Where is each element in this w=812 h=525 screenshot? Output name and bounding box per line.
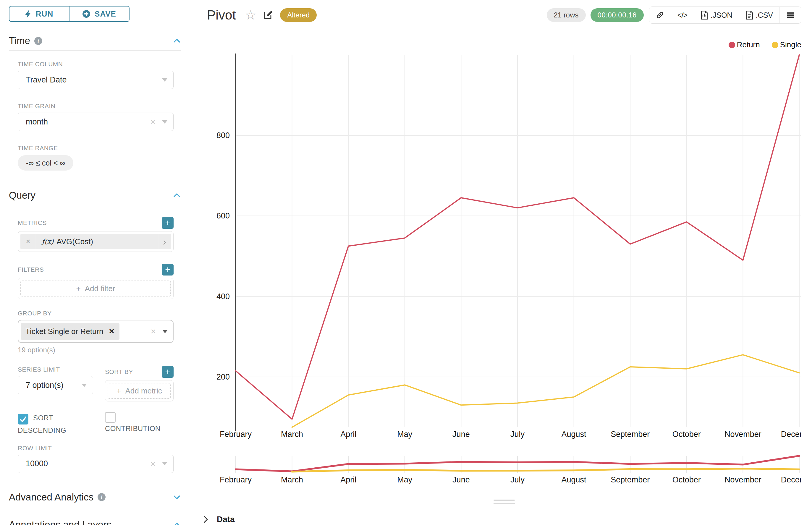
add-metric-button[interactable]: +: [162, 217, 174, 229]
info-icon: i: [98, 493, 106, 501]
contribution-checkbox[interactable]: [105, 412, 116, 423]
contribution-label: CONTRIBUTION: [105, 424, 160, 433]
y-axis-label: 200: [217, 373, 230, 381]
sort-descending-field[interactable]: SORT DESCENDING: [18, 412, 93, 436]
caret-down-icon: [162, 330, 168, 333]
panel-resize-handle[interactable]: [493, 499, 515, 506]
save-button[interactable]: SAVE: [70, 6, 129, 21]
mini-x-axis-label: December: [781, 475, 801, 484]
row-limit-select[interactable]: 10000 ×: [18, 455, 174, 473]
x-axis-label: March: [281, 430, 303, 439]
add-sort-metric-dropzone[interactable]: + Add metric: [108, 383, 171, 399]
metric-value: AVG(Cost): [57, 237, 93, 246]
chevron-up-icon[interactable]: [173, 521, 181, 525]
x-axis-label: April: [340, 430, 356, 439]
mini-x-axis-label: May: [397, 475, 413, 484]
add-filter-dropzone[interactable]: + Add filter: [20, 281, 171, 297]
expand-metric-icon[interactable]: ›: [158, 234, 171, 249]
remove-metric-icon[interactable]: ×: [20, 234, 36, 249]
x-axis-label: February: [220, 430, 252, 439]
advanced-analytics-header[interactable]: Advanced Analytics i: [9, 491, 181, 503]
row-limit-value: 10000: [26, 459, 150, 468]
main-chart-canvas[interactable]: 200400600800FebruaryMarchAprilMayJuneJul…: [195, 0, 801, 452]
time-section-header[interactable]: Time i: [9, 35, 181, 47]
sort-descending-checkbox[interactable]: [18, 414, 28, 424]
plus-icon: +: [117, 386, 121, 395]
chevron-up-icon[interactable]: [173, 37, 181, 45]
series-limit-label: SERIES LIMIT: [18, 366, 93, 373]
time-range-pill[interactable]: -∞ ≤ col < ∞: [18, 155, 73, 170]
data-panel-title: Data: [217, 515, 235, 524]
caret-down-icon: [82, 384, 87, 387]
filters-header-row: FILTERS +: [18, 264, 174, 275]
time-range-label: TIME RANGE: [18, 145, 174, 152]
metrics-header-row: METRICS +: [18, 217, 174, 229]
run-button[interactable]: RUN: [10, 6, 70, 21]
caret-down-icon: [162, 78, 167, 81]
x-axis-label: September: [611, 430, 650, 439]
plus-icon: +: [76, 284, 81, 293]
x-axis-label: December: [781, 430, 801, 439]
annotations-header[interactable]: Annotations and Layers: [9, 519, 181, 525]
info-icon: i: [34, 37, 42, 45]
filters-box: + Add filter: [18, 278, 174, 299]
run-button-label: RUN: [36, 10, 53, 19]
bolt-icon: [25, 10, 32, 18]
mini-x-axis-label: October: [673, 475, 701, 484]
y-axis-label: 800: [217, 131, 230, 140]
query-section-header[interactable]: Query: [9, 190, 181, 201]
time-grain-value: month: [26, 117, 150, 126]
clear-icon[interactable]: ×: [150, 459, 156, 469]
caret-down-icon: [162, 120, 167, 123]
x-axis-label: June: [453, 430, 470, 439]
group-by-tag[interactable]: Ticket Single or Return ✕: [21, 323, 119, 340]
time-column-value: Travel Date: [26, 75, 162, 85]
mini-series-line-single: [292, 468, 799, 471]
divider: [9, 50, 181, 50]
check-icon: [18, 414, 28, 424]
x-axis-label: August: [562, 430, 587, 439]
control-panel-sidebar: RUN SAVE Time i TIME COLUMN Travel Date …: [0, 0, 189, 525]
time-column-label: TIME COLUMN: [18, 61, 174, 68]
series-limit-value: 7 option(s): [26, 381, 82, 390]
add-filter-label: Add filter: [85, 284, 115, 293]
y-axis-label: 400: [217, 292, 230, 301]
brush-minichart-canvas[interactable]: FebruaryMarchAprilMayJuneJulyAugustSepte…: [195, 453, 801, 485]
mini-x-axis-label: September: [611, 475, 650, 484]
series-limit-select[interactable]: 7 option(s): [18, 376, 93, 394]
mini-x-axis-label: February: [220, 475, 252, 484]
row-limit-label: ROW LIMIT: [18, 445, 174, 452]
remove-tag-icon[interactable]: ✕: [108, 327, 115, 335]
group-by-tag-label: Ticket Single or Return: [26, 327, 103, 336]
chart-panel: Pivot ☆ Altered 21 rows 00:00:00.16 </>: [190, 0, 812, 525]
divider: [9, 507, 181, 507]
contribution-field[interactable]: CONTRIBUTION: [105, 412, 174, 436]
group-by-select[interactable]: Ticket Single or Return ✕ ×: [18, 320, 174, 343]
annotations-title: Annotations and Layers: [9, 519, 112, 525]
sort-by-label: SORT BY: [105, 368, 133, 375]
run-save-button-group: RUN SAVE: [9, 6, 130, 22]
group-by-label: GROUP BY: [18, 310, 174, 317]
time-grain-select[interactable]: month ×: [18, 112, 174, 131]
chevron-down-icon[interactable]: [173, 493, 181, 501]
chevron-right-icon: [203, 515, 209, 524]
y-axis-label: 600: [217, 211, 230, 220]
mini-x-axis-label: November: [724, 475, 762, 484]
clear-icon[interactable]: ×: [150, 326, 156, 336]
metric-pill[interactable]: × ƒ(x) AVG(Cost) ›: [20, 234, 171, 249]
x-axis-label: July: [511, 430, 525, 439]
function-icon: ƒ(x): [42, 238, 54, 245]
time-column-select[interactable]: Travel Date: [18, 71, 174, 89]
plus-circle-icon: [82, 10, 90, 18]
divider: [9, 205, 181, 205]
mini-x-axis-label: August: [562, 475, 587, 484]
add-filter-button[interactable]: +: [162, 264, 174, 275]
data-panel-header[interactable]: Data: [190, 509, 812, 524]
add-sort-metric-button[interactable]: +: [162, 366, 174, 378]
add-metric-label: Add metric: [125, 386, 162, 395]
sort-by-header-row: SORT BY +: [105, 366, 174, 378]
clear-icon[interactable]: ×: [150, 117, 156, 127]
group-by-options-hint: 19 option(s): [18, 346, 174, 354]
caret-down-icon: [162, 462, 167, 465]
chevron-up-icon[interactable]: [173, 192, 181, 199]
